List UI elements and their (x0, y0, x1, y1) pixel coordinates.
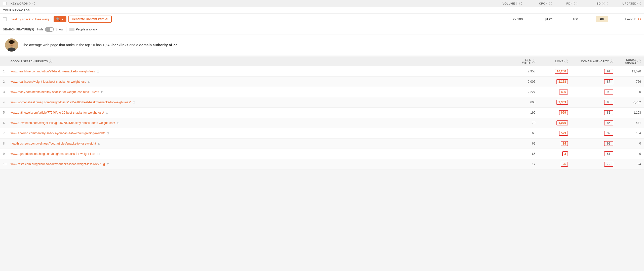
result-url-link[interactable]: www.topnutritioncoaching.com/blog/best-s… (11, 152, 95, 156)
external-link-icon[interactable]: ⊡ (106, 111, 108, 114)
search-features-bar: SEARCH FEATURE(S) Hide Show People also … (0, 25, 644, 34)
volume-sort-icon[interactable]: ▲▼ (521, 2, 523, 6)
da-info-icon[interactable]: i (610, 60, 613, 63)
avatar-svg (5, 38, 18, 52)
results-table: GOOGLE SEARCH RESULTS i EST.VISITS i LIN… (0, 57, 644, 169)
da-cell: 88 (568, 100, 613, 105)
select-all-checkbox[interactable] (3, 2, 7, 5)
search-icon: 🔍 (56, 17, 60, 21)
shares-col-header: SOCIALSHARES (625, 59, 636, 64)
row-url-cell: www.health.com/weight-loss/best-snacks-f… (11, 80, 510, 83)
row-shares: 0 (613, 90, 641, 94)
table-header: KEYWORDS i ▲▼ VOLUME i ▲▼ CPC i ▲▼ PD i … (0, 0, 644, 7)
row-shares: 756 (613, 80, 641, 83)
table-row: 4 www.womenshealthmag.com/weight-loss/a1… (0, 97, 644, 108)
result-url-link[interactable]: www.womenshealthmag.com/weight-loss/a199… (11, 101, 131, 104)
people-also-ask-item[interactable]: People also ask (69, 28, 97, 31)
keywords-info-icon[interactable]: i (29, 2, 32, 5)
search-btn-arrow: ▲ (61, 17, 64, 21)
row-shares: 6,762 (613, 101, 641, 104)
result-url-link[interactable]: www.health.com/weight-loss/best-snacks-f… (11, 80, 86, 83)
row-url-cell: www.topnutritioncoaching.com/blog/best-s… (11, 152, 510, 156)
external-link-icon[interactable]: ⊡ (107, 132, 109, 135)
row-number: 8 (3, 142, 11, 145)
external-link-icon[interactable]: ⊡ (133, 101, 135, 104)
result-url-link[interactable]: www.taste.com.au/galleries/healthy-snack… (11, 162, 105, 166)
result-url-link[interactable]: www.healthline.com/nutrition/29-healthy-… (11, 70, 95, 73)
da-value: 32 (604, 131, 613, 136)
keyword-cpc: $1.01 (545, 17, 553, 21)
links-cell: 529 (535, 131, 568, 136)
da-value: 85 (604, 120, 613, 125)
external-link-icon[interactable]: ⊡ (98, 142, 100, 145)
external-link-icon[interactable]: ⊡ (97, 152, 100, 156)
shares-info-icon[interactable]: i (637, 60, 641, 63)
links-cell: 1,076 (535, 120, 568, 125)
da-value: 92 (604, 89, 613, 95)
external-link-icon[interactable]: ⊡ (117, 121, 119, 125)
links-cell: 2,303 (535, 100, 568, 105)
sd-info-icon[interactable]: i (602, 2, 605, 5)
row-shares: 24 (613, 162, 641, 166)
result-url-link[interactable]: www.prevention.com/weight-loss/g19576831… (11, 121, 115, 125)
table-row: 1 www.healthline.com/nutrition/29-health… (0, 66, 644, 77)
row-number: 5 (3, 111, 11, 114)
table-row: 7 www.apwuhp.com/healthy-snacks-you-can-… (0, 128, 644, 139)
pd-col-header: PD (566, 2, 570, 5)
da-value: 92 (604, 141, 613, 146)
hide-label: Hide (37, 28, 44, 31)
da-col-header: DOMAIN AUTHORITY (581, 60, 609, 63)
pd-info-icon[interactable]: i (572, 2, 575, 5)
updated-col-header: UPDATED (622, 2, 636, 5)
result-url-link[interactable]: www.apwuhp.com/healthy-snacks-you-can-ea… (11, 131, 105, 135)
links-value: 529 (559, 131, 568, 136)
result-url-link[interactable]: www.today.com/health/healthy-snacks-for-… (11, 90, 99, 94)
divider (66, 27, 66, 32)
links-info-icon[interactable]: i (565, 60, 568, 63)
cpc-info-icon[interactable]: i (546, 2, 550, 5)
cpc-col-header: CPC (539, 2, 545, 5)
result-url-link[interactable]: www.eatingwell.com/article/77540/the-10-… (11, 111, 104, 114)
da-value: 81 (604, 110, 613, 115)
your-keywords-bar: YOUR KEYWORDS (0, 7, 644, 14)
keyword-pd: 100 (573, 17, 578, 21)
row-visits: 7,958 (510, 70, 535, 73)
table-row: 5 www.eatingwell.com/article/77540/the-1… (0, 108, 644, 118)
da-cell: 81 (568, 110, 613, 115)
sd-sort-icon[interactable]: ▲▼ (606, 2, 608, 6)
row-shares: 0 (613, 142, 641, 145)
external-link-icon[interactable]: ⊡ (97, 70, 99, 73)
da-cell: 92 (568, 141, 613, 146)
keyword-sd: 68 (596, 16, 608, 22)
keyword-link[interactable]: healthy snack to lose weight (11, 17, 52, 21)
row-visits: 600 (510, 101, 535, 104)
links-value: 1,076 (556, 120, 568, 125)
visits-info-icon[interactable]: i (532, 60, 535, 63)
row-number: 2 (3, 80, 11, 83)
keywords-sort-icon[interactable]: ▲▼ (33, 2, 35, 6)
external-link-icon[interactable]: ⊡ (107, 163, 109, 166)
generate-content-button[interactable]: Generate Content With AI (68, 16, 112, 23)
links-value: 34 (561, 141, 568, 146)
row-visits: 2,227 (510, 90, 535, 94)
updated-info-icon[interactable]: i (637, 2, 641, 5)
refresh-icon[interactable]: ↻ (638, 17, 641, 22)
external-link-icon[interactable]: ⊡ (101, 91, 103, 94)
google-results-info-icon[interactable]: i (49, 60, 52, 63)
da-value: 88 (604, 100, 613, 105)
row-number: 1 (3, 70, 11, 73)
search-button[interactable]: 🔍 ▲ (54, 16, 66, 22)
row-url-cell: www.apwuhp.com/healthy-snacks-you-can-ea… (11, 131, 510, 135)
keyword-checkbox[interactable] (3, 17, 7, 21)
external-link-icon[interactable]: ⊡ (88, 80, 90, 83)
hide-show-toggle[interactable] (45, 27, 54, 32)
cpc-sort-icon[interactable]: ▲▼ (551, 2, 553, 6)
result-url-link[interactable]: health.usnews.com/wellness/food/articles… (11, 142, 96, 145)
volume-info-icon[interactable]: i (516, 2, 520, 5)
da-cell: 32 (568, 131, 613, 136)
da-cell: 87 (568, 79, 613, 84)
row-visits: 69 (510, 142, 535, 145)
links-value: 2,303 (556, 100, 568, 105)
pd-sort-icon[interactable]: ▲▼ (576, 2, 578, 6)
row-number: 4 (3, 101, 11, 104)
